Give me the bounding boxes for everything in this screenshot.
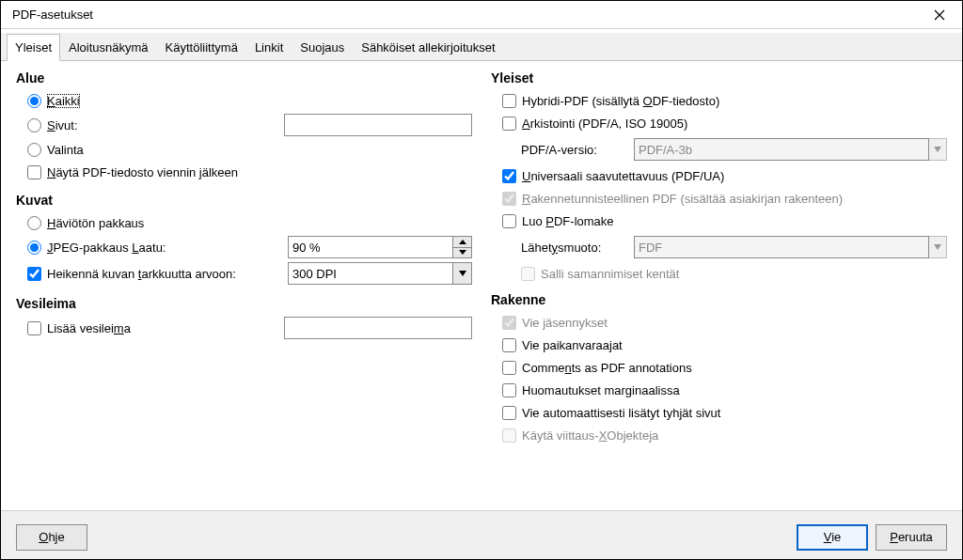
view-after-checkbox[interactable] [27,165,41,179]
reduce-res-row: Heikennä kuvan tarkkuutta arvoon: [16,260,472,287]
export-button[interactable]: Vie [797,524,868,551]
chevron-down-icon [934,147,941,152]
structure-heading: Rakenne [491,290,947,311]
watermark-heading: Vesileima [16,294,472,315]
outlines-checkbox [502,316,516,330]
range-pages-row: Sivut: [16,112,472,138]
tagged-label: Rakennetunnisteellinen PDF (sisältää asi… [522,192,843,206]
tab-general[interactable]: Yleiset [7,34,60,61]
jpeg-quality-spinner[interactable] [288,236,472,258]
lossless-label[interactable]: Häviötön pakkaus [47,216,144,230]
tagged-checkbox [502,192,516,206]
archive-checkbox[interactable] [502,117,516,131]
submit-format-label: Lähetysmuoto: [521,241,634,255]
title-bar: PDF-asetukset [1,1,962,29]
reduce-res-label[interactable]: Heikennä kuvan tarkkuutta arvoon: [47,267,236,281]
submit-format-row: Lähetysmuoto: [491,232,947,262]
placeholders-checkbox[interactable] [502,338,516,352]
tagged-row: Rakennetunnisteellinen PDF (sisältää asi… [491,187,947,210]
ua-row: Universaali saavutettavuus (PDF/UA) [491,164,947,187]
lossless-radio[interactable] [27,216,41,230]
xobjects-label: Käytä viittaus-XObjekteja [522,428,658,443]
jpeg-spinner-buttons [453,236,472,258]
auto-blank-row: Vie automaattisesti lisätyt tyhjät sivut [491,401,947,424]
jpeg-spinner-up[interactable] [453,237,471,248]
watermark-row: Lisää vesileima [16,315,472,341]
tab-bar: Yleiset Aloitusnäkymä Käyttöliittymä Lin… [1,33,962,61]
notes-margin-label[interactable]: Huomautukset marginaalissa [522,383,680,397]
pdfa-version-label: PDF/A-versio: [521,143,634,157]
jpeg-spinner-down[interactable] [453,248,471,258]
placeholders-row: Vie paikanvaraajat [491,334,947,356]
form-checkbox[interactable] [502,214,516,228]
tab-initial-view[interactable]: Aloitusnäkymä [60,34,157,61]
dialog-footer: Ohje Vie Peruuta [1,510,962,560]
hybrid-label[interactable]: Hybridi-PDF (sisällytä ODF-tiedosto) [522,94,719,108]
xobjects-row: Käytä viittaus-XObjekteja [491,424,947,446]
watermark-label[interactable]: Lisää vesileima [47,321,131,335]
comments-label[interactable]: Comments as PDF annotations [522,361,692,375]
jpeg-label[interactable]: JPEG-pakkaus Laatu: [47,241,166,255]
tab-user-interface[interactable]: Käyttöliittymä [157,34,246,61]
dup-fields-checkbox [521,267,535,281]
outlines-row: Vie jäsennykset [491,311,947,334]
ua-label[interactable]: Universaali saavutettavuus (PDF/UA) [522,169,724,183]
submit-format-input [634,236,929,258]
range-pages-radio[interactable] [27,118,41,132]
tab-security[interactable]: Suojaus [292,34,353,61]
jpeg-quality-input[interactable] [288,236,453,258]
xobjects-checkbox [502,428,516,443]
submit-format-combo [634,236,947,258]
form-row: Luo PDF-lomake [491,210,947,232]
pdfa-version-dropdown-button [929,138,947,161]
reduce-res-combo[interactable] [288,262,472,285]
hybrid-checkbox[interactable] [502,94,516,108]
footer-button-group: Vie Peruuta [797,524,947,551]
range-selection-row: Valinta [16,138,472,161]
watermark-checkbox[interactable] [27,321,41,335]
range-all-label[interactable]: Kaikki [47,94,80,108]
comments-checkbox[interactable] [502,361,516,375]
watermark-input[interactable] [284,317,472,339]
help-button[interactable]: Ohje [16,524,87,551]
outlines-label: Vie jäsennykset [522,316,608,330]
range-selection-label[interactable]: Valinta [47,143,84,157]
auto-blank-label[interactable]: Vie automaattisesti lisätyt tyhjät sivut [522,406,720,420]
close-button[interactable] [928,4,951,26]
chevron-down-icon [459,250,466,255]
chevron-down-icon [934,244,941,250]
pdfa-version-row: PDF/A-versio: [491,134,947,164]
lossless-row: Häviötön pakkaus [16,211,472,234]
range-all-radio[interactable] [27,94,41,108]
archive-label[interactable]: Arkistointi (PDF/A, ISO 19005) [522,117,687,131]
ua-checkbox[interactable] [502,169,516,183]
range-pages-input[interactable] [284,114,472,136]
range-pages-label[interactable]: Sivut: [47,118,78,132]
dup-fields-row: Salli samannimiset kentät [491,262,947,285]
notes-margin-checkbox[interactable] [502,383,516,397]
archive-row: Arkistointi (PDF/A, ISO 19005) [491,112,947,134]
images-heading: Kuvat [16,191,472,211]
close-icon [934,9,945,21]
auto-blank-checkbox[interactable] [502,406,516,420]
general-heading: Yleiset [491,69,947,89]
placeholders-label[interactable]: Vie paikanvaraajat [522,338,623,352]
jpeg-radio[interactable] [27,241,41,255]
tab-links[interactable]: Linkit [246,34,292,61]
cancel-button[interactable]: Peruuta [876,524,947,551]
chevron-down-icon [459,271,466,276]
reduce-res-checkbox[interactable] [27,267,41,281]
reduce-res-dropdown-button[interactable] [453,262,472,285]
comments-row: Comments as PDF annotations [491,356,947,379]
hybrid-row: Hybridi-PDF (sisällytä ODF-tiedosto) [491,89,947,112]
range-selection-radio[interactable] [27,143,41,157]
submit-format-dropdown-button [929,236,947,258]
form-label[interactable]: Luo PDF-lomake [522,214,614,228]
right-column: Yleiset Hybridi-PDF (sisällytä ODF-tiedo… [482,69,947,510]
view-after-label[interactable]: Näytä PDF-tiedosto viennin jälkeen [47,165,238,179]
view-after-row: Näytä PDF-tiedosto viennin jälkeen [16,161,472,183]
tab-signatures[interactable]: Sähköiset allekirjoitukset [353,34,503,61]
notes-margin-row: Huomautukset marginaalissa [491,379,947,401]
range-all-row: Kaikki [16,89,472,112]
reduce-res-input[interactable] [288,262,453,285]
